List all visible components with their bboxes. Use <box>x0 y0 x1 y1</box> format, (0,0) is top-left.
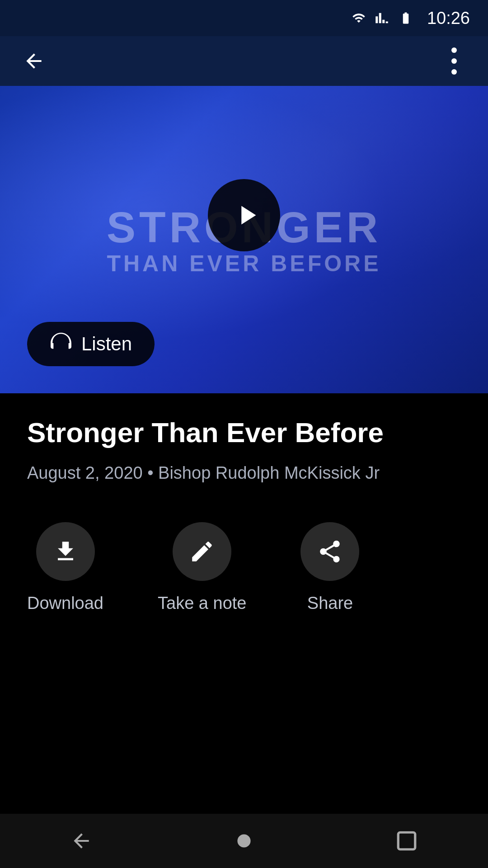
top-bar <box>0 36 488 86</box>
share-action[interactable]: Share <box>300 522 359 613</box>
nav-recent-icon <box>395 830 418 852</box>
listen-label: Listen <box>81 333 132 355</box>
more-dots-icon <box>451 47 457 75</box>
back-button[interactable] <box>18 45 50 77</box>
headphone-icon <box>50 332 72 356</box>
sermon-meta: August 2, 2020 • Bishop Rudolph McKissic… <box>27 460 461 486</box>
back-arrow-icon <box>23 50 45 72</box>
nav-home-button[interactable] <box>221 823 267 859</box>
download-action[interactable]: Download <box>27 522 103 613</box>
sermon-title: Stronger Than Ever Before <box>27 416 461 449</box>
svg-rect-4 <box>398 832 415 849</box>
status-icons: 10:26 <box>350 9 470 28</box>
more-options-button[interactable] <box>438 45 470 77</box>
listen-button[interactable]: Listen <box>27 322 155 366</box>
nav-back-icon <box>70 830 93 852</box>
content-area: Stronger Than Ever Before August 2, 2020… <box>0 393 488 486</box>
actions-row: Download Take a note Share <box>0 522 488 613</box>
download-circle <box>36 522 95 581</box>
download-icon <box>52 538 79 565</box>
battery-icon <box>396 11 415 25</box>
status-time: 10:26 <box>427 9 470 28</box>
play-button[interactable] <box>208 179 280 251</box>
wifi-icon <box>350 11 367 25</box>
play-icon <box>231 199 263 231</box>
svg-point-1 <box>451 58 457 64</box>
share-circle <box>300 522 359 581</box>
hero-image: STRONGER THAN EVER BEFORE Listen <box>0 86 488 393</box>
status-bar: 10:26 <box>0 0 488 36</box>
svg-point-2 <box>451 69 457 75</box>
nav-recent-button[interactable] <box>384 823 429 859</box>
download-label: Download <box>27 594 103 613</box>
nav-back-button[interactable] <box>59 823 104 859</box>
signal-icon <box>375 11 389 25</box>
note-circle <box>173 522 231 581</box>
svg-point-0 <box>451 47 457 53</box>
svg-point-3 <box>237 834 250 847</box>
nav-bar <box>0 814 488 868</box>
take-note-action[interactable]: Take a note <box>158 522 246 613</box>
note-icon <box>189 538 215 565</box>
share-label: Share <box>307 594 353 613</box>
share-icon <box>317 538 343 565</box>
nav-home-icon <box>233 830 255 852</box>
note-label: Take a note <box>158 594 246 613</box>
